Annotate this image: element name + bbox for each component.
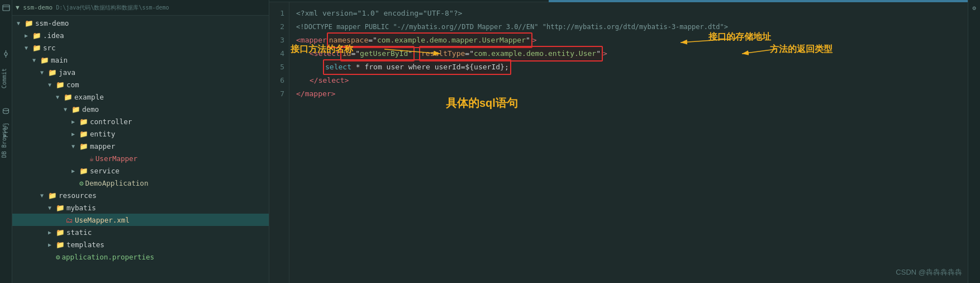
- code-line-6: </select>: [296, 74, 968, 87]
- tree-item-label: com: [66, 81, 79, 89]
- tree-item-main[interactable]: ▼ 📁 main: [12, 54, 269, 66]
- expand-arrow: ▼: [56, 94, 64, 100]
- code-line-3: <mapper namespace="com.example.demo.mapp…: [296, 34, 968, 47]
- tree-item-label: main: [51, 56, 68, 64]
- line-numbers: 1 2 3 4 5 6 7: [269, 2, 289, 283]
- namespace-annotation: 接口的存储地址: [708, 30, 771, 44]
- tree-item-label: application.properties: [62, 253, 155, 261]
- tree-item-label: entity: [90, 130, 115, 138]
- tree-item-label: static: [66, 228, 92, 237]
- csdn-watermark: CSDN @犇犇犇犇犇: [896, 267, 962, 277]
- tree-item-idea[interactable]: ▶ 📁 .idea: [12, 29, 269, 41]
- folder-icon: 📁: [56, 204, 65, 212]
- tree-item-service[interactable]: ▶ 📁 service: [12, 164, 269, 177]
- expand-arrow: ▼: [48, 205, 56, 211]
- project-icon[interactable]: [1, 2, 12, 13]
- tree-item-templates[interactable]: ▶ 📁 templates: [12, 238, 269, 251]
- sidebar-toolbar: ▼ ssm-demo D:\java代码\数据结构和数据库\ssm-demo: [12, 0, 269, 16]
- folder-icon: 📁: [25, 19, 34, 27]
- app-icon: ⚙: [79, 179, 84, 187]
- expand-arrow: ▼: [72, 143, 79, 149]
- expand-arrow: ▼: [40, 69, 48, 76]
- expand-arrow: ▶: [72, 168, 79, 174]
- right-toolbar: ⚙: [968, 0, 980, 283]
- tree-item-label: resources: [59, 191, 97, 200]
- path-label: D:\java代码\数据结构和数据库\ssm-demo: [56, 4, 169, 12]
- toolbar-label: ▼ ssm-demo: [16, 4, 53, 11]
- expand-arrow: ▼: [25, 45, 32, 51]
- expand-arrow: ▼: [17, 20, 25, 26]
- left-toolbar: Proj Commit DB Browser: [0, 0, 12, 283]
- db-browser-icon[interactable]: [1, 105, 12, 116]
- tree-item-label: service: [90, 167, 120, 175]
- tree-item-label: .idea: [43, 31, 64, 40]
- folder-icon: 📁: [64, 93, 73, 101]
- expand-arrow: ▼: [48, 82, 56, 88]
- folder-icon: 📁: [56, 81, 65, 89]
- tree-item-usemapper-xml[interactable]: 🗂 UseMapper.xml: [12, 214, 269, 226]
- return-type-annotation: 方法的返回类型: [770, 43, 832, 56]
- code-line-5: select * from user where userId=${userId…: [296, 60, 968, 74]
- expand-arrow: ▶: [48, 229, 56, 235]
- tree-item-label: UserMapper: [96, 154, 137, 163]
- folder-icon: 📁: [56, 228, 65, 237]
- editor-content: 1 2 3 4 5 6 7 <?xml version="1.0" encodi…: [269, 2, 968, 283]
- commit-icon[interactable]: [1, 48, 12, 59]
- settings-icon[interactable]: ⚙: [969, 2, 980, 13]
- folder-icon: 📁: [48, 68, 57, 77]
- expand-arrow: ▶: [72, 131, 79, 137]
- expand-arrow: ▼: [40, 192, 48, 199]
- xml-file-icon: 🗂: [66, 216, 73, 224]
- expand-arrow: ▶: [72, 119, 79, 125]
- tree-item-java[interactable]: ▼ 📁 java: [12, 66, 269, 78]
- code-line-1: <?xml version="1.0" encoding="UTF-8"?>: [296, 7, 968, 20]
- expand-arrow: ▼: [64, 106, 72, 112]
- project-tree: ▼ 📁 ssm-demo ▶ 📁 .idea ▼ 📁 src ▼ 📁 main: [12, 16, 269, 283]
- tree-item-label: src: [43, 44, 56, 52]
- tree-item-mybatis[interactable]: ▼ 📁 mybatis: [12, 201, 269, 214]
- code-editor[interactable]: <?xml version="1.0" encoding="UTF-8"?> <…: [289, 2, 968, 283]
- namespace-value: com.example.demo.mapper.UserMapper: [377, 34, 526, 47]
- editor-panel: 1 2 3 4 5 6 7 <?xml version="1.0" encodi…: [269, 0, 968, 283]
- expand-arrow: ▶: [25, 32, 32, 39]
- svg-point-5: [3, 109, 9, 111]
- tree-item-entity[interactable]: ▶ 📁 entity: [12, 128, 269, 140]
- code-line-4: <select id="getUserById" resultType="com…: [296, 47, 968, 60]
- folder-icon: 📁: [48, 191, 57, 200]
- tree-item-label: mybatis: [66, 204, 96, 212]
- tree-item-properties[interactable]: ⚙ application.properties: [12, 251, 269, 263]
- folder-icon: 📁: [79, 117, 88, 126]
- tree-item-static[interactable]: ▶ 📁 static: [12, 226, 269, 238]
- tree-item-label: example: [74, 93, 104, 101]
- mapper-tag-close-bracket: >: [532, 34, 537, 47]
- tree-item-com[interactable]: ▼ 📁 com: [12, 78, 269, 91]
- java-file-icon: ☕: [89, 154, 94, 163]
- tree-item-demoapplication[interactable]: ⚙ DemoApplication: [12, 177, 269, 189]
- sql-annotation: 具体的sql语句: [446, 96, 518, 110]
- tree-item-demo[interactable]: ▼ 📁 demo: [12, 103, 269, 115]
- line2-content: <!DOCTYPE mapper PUBLIC "-//mybatis.org/…: [296, 20, 728, 34]
- method-name-annotation: 接口方法的名称: [291, 43, 353, 56]
- mapper-close: </mapper>: [296, 87, 335, 101]
- tree-item-label: demo: [82, 105, 99, 114]
- tree-item-root[interactable]: ▼ 📁 ssm-demo: [12, 17, 269, 29]
- tree-item-resources[interactable]: ▼ 📁 resources: [12, 189, 269, 201]
- tree-item-usermapper-java[interactable]: ☕ UserMapper: [12, 152, 269, 164]
- tree-item-label: UseMapper.xml: [75, 216, 130, 224]
- expand-arrow: ▼: [32, 57, 40, 63]
- folder-icon: 📁: [32, 31, 41, 40]
- tree-item-controller[interactable]: ▶ 📁 controller: [12, 115, 269, 128]
- tree-item-mapper[interactable]: ▼ 📁 mapper: [12, 140, 269, 152]
- tree-item-label: controller: [90, 117, 132, 126]
- tree-item-src[interactable]: ▼ 📁 src: [12, 41, 269, 54]
- folder-icon: 📁: [40, 56, 49, 64]
- folder-icon: 📁: [32, 44, 41, 52]
- select-close: </select>: [296, 74, 349, 87]
- folder-icon: 📁: [56, 240, 65, 249]
- folder-icon: 📁: [79, 130, 88, 138]
- sql-highlight: select * from user where userId=${userId…: [323, 59, 511, 75]
- folder-icon: 📁: [79, 142, 88, 150]
- tree-item-example[interactable]: ▼ 📁 example: [12, 91, 269, 103]
- folder-icon: 📁: [79, 167, 88, 175]
- tree-item-label: templates: [66, 240, 104, 249]
